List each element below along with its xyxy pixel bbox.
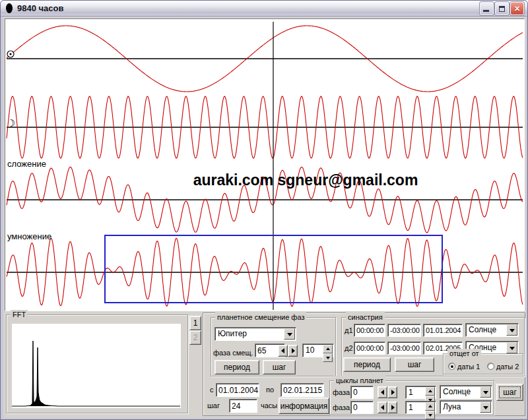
phase-shift-group: планетное смещение фаз Юпитер фаза смещ.… bbox=[211, 317, 336, 376]
cycle2-planet-select[interactable]: Луна bbox=[440, 400, 492, 414]
arrow-right-icon bbox=[292, 348, 298, 353]
fft-plot[interactable] bbox=[12, 324, 181, 408]
phase-shift-label: фаза смещ. bbox=[213, 349, 253, 357]
offset-from-title: отщет от bbox=[447, 349, 481, 359]
window-title: 9840 часов bbox=[17, 3, 63, 13]
svg-text:auraki.com sgneur@gmail.com: auraki.com sgneur@gmail.com bbox=[193, 171, 418, 189]
radio-date2-label[interactable]: даты 2 bbox=[496, 363, 519, 371]
arrow-left-icon bbox=[279, 348, 284, 353]
cycles-step-button[interactable]: шаг bbox=[496, 384, 523, 401]
fft-spectrum-svg bbox=[12, 324, 181, 408]
spin-down-icon[interactable] bbox=[323, 353, 333, 362]
synastry-title: синастрия bbox=[346, 313, 385, 322]
range-from-label: с bbox=[210, 386, 214, 394]
range-to-label: по bbox=[266, 386, 274, 394]
chevron-down-icon[interactable] bbox=[480, 386, 491, 398]
radio-date1-label[interactable]: даты 1 bbox=[457, 363, 480, 371]
chevron-down-icon[interactable] bbox=[480, 402, 491, 413]
main-control-panel: планетное смещение фаз Юпитер фаза смещ.… bbox=[203, 313, 525, 416]
cycle2-mult-value: 1 bbox=[409, 403, 413, 412]
cycle1-phase-label: фаза bbox=[333, 388, 350, 396]
spin-up-icon[interactable] bbox=[323, 345, 333, 353]
synastry-period-button[interactable]: период bbox=[343, 357, 391, 372]
planet-cycles-group: цыклы планет фаза 0 1 Солнце фаза 0 bbox=[329, 380, 494, 415]
spin-up-icon[interactable] bbox=[425, 387, 435, 396]
planet-cycles-title: цыклы планет bbox=[334, 376, 385, 386]
cycle2-phase-field[interactable]: 0 bbox=[350, 401, 374, 414]
spin-up-icon[interactable] bbox=[425, 402, 435, 411]
phase-period-button[interactable]: период bbox=[214, 360, 259, 375]
svg-text:сложение: сложение bbox=[7, 159, 46, 169]
arrow-right-icon bbox=[391, 405, 397, 410]
date1-date-field[interactable]: 01.01.2004 bbox=[423, 324, 463, 337]
cycle1-phase-field[interactable]: 0 bbox=[350, 386, 374, 399]
waveform-svg: ☽сложениеумножениеauraki.com sgneur@gmai… bbox=[5, 19, 524, 311]
phase-left-button[interactable] bbox=[278, 345, 288, 357]
control-area: FFT 1 2 планетное смещение фаз Юпитер фа… bbox=[5, 311, 526, 418]
phase-step-value: 10 bbox=[306, 345, 314, 355]
spin-down-icon[interactable] bbox=[425, 411, 435, 419]
cycle2-planet-value: Луна bbox=[443, 402, 461, 411]
view-1-button[interactable]: 1 bbox=[189, 316, 201, 330]
chevron-down-icon[interactable] bbox=[506, 324, 517, 336]
minimize-button[interactable] bbox=[480, 2, 494, 15]
app-icon bbox=[6, 3, 13, 13]
info-button[interactable]: информация bbox=[279, 398, 329, 414]
date2-label: д2 bbox=[345, 344, 353, 352]
maximize-button[interactable] bbox=[495, 2, 509, 15]
close-icon: × bbox=[514, 4, 519, 13]
waveform-display[interactable]: ☽сложениеумножениеauraki.com sgneur@gmai… bbox=[5, 18, 525, 311]
range-from-field[interactable]: 01.01.2004 bbox=[216, 383, 259, 397]
date1-label: д1 bbox=[345, 326, 353, 334]
arrow-left-icon bbox=[378, 390, 384, 395]
date1-timezone-field[interactable]: -03:00:00 bbox=[387, 324, 421, 337]
svg-text:☽: ☽ bbox=[7, 117, 15, 129]
close-button[interactable]: × bbox=[510, 2, 524, 15]
date1-time-field[interactable]: 00:00:00 bbox=[354, 324, 385, 337]
range-step-label: шаг bbox=[207, 402, 220, 409]
arrow-left-icon bbox=[378, 405, 384, 410]
cycle2-mult-spinner[interactable]: 1 bbox=[405, 401, 436, 414]
date1-planet-select[interactable]: Солнце bbox=[465, 323, 519, 337]
cycle1-mult-spinner[interactable]: 1 bbox=[405, 386, 436, 399]
cycle1-right-button[interactable] bbox=[387, 386, 397, 398]
radio-date2[interactable] bbox=[487, 363, 494, 370]
range-step-field[interactable]: 24 bbox=[229, 399, 257, 413]
client-area: ☽сложениеумножениеauraki.com sgneur@gmai… bbox=[3, 17, 526, 418]
phase-step-spinner[interactable]: 10 bbox=[302, 344, 334, 357]
cycle2-left-button[interactable] bbox=[378, 402, 387, 413]
synastry-group: синастрия д1 00:00:00 -03:00:00 01.01.20… bbox=[341, 317, 525, 376]
cycle2-phase-label: фаза bbox=[333, 404, 350, 411]
synastry-step-button[interactable]: шаг bbox=[395, 357, 434, 372]
titlebar[interactable]: 9840 часов × bbox=[1, 1, 527, 16]
radio-date1[interactable] bbox=[448, 363, 455, 370]
fft-panel-title: FFT bbox=[11, 310, 28, 320]
fft-panel: FFT bbox=[6, 315, 188, 413]
cycle1-planet-value: Солнце bbox=[443, 387, 471, 396]
svg-text:умножение: умножение bbox=[7, 231, 51, 241]
maximize-icon bbox=[499, 6, 505, 12]
minimize-icon bbox=[483, 10, 489, 12]
cycle1-mult-value: 1 bbox=[409, 388, 413, 397]
range-units-label: часы bbox=[261, 402, 277, 409]
phase-shift-title: планетное смещение фаз bbox=[215, 313, 306, 322]
range-to-field[interactable]: 02.01.2115 bbox=[280, 383, 324, 397]
phase-step-button[interactable]: шаг bbox=[263, 360, 296, 375]
chevron-down-icon[interactable] bbox=[284, 328, 295, 340]
arrow-right-icon bbox=[391, 390, 397, 395]
planet-select-value: Юпитер bbox=[218, 329, 247, 338]
date1-planet-value: Солнце bbox=[469, 325, 496, 334]
cycle1-planet-select[interactable]: Солнце bbox=[440, 385, 492, 399]
chevron-down-icon[interactable] bbox=[506, 342, 517, 353]
view-2-button[interactable]: 2 bbox=[189, 330, 201, 345]
offset-from-group: отщет от даты 1 даты 2 bbox=[443, 353, 523, 375]
date2-time-field[interactable]: 00:00:00 bbox=[354, 342, 385, 355]
cycle1-left-button[interactable] bbox=[378, 386, 387, 398]
app-window: 9840 часов × ☽сложениеумножениеauraki.co… bbox=[0, 0, 528, 420]
cycle2-right-button[interactable] bbox=[387, 402, 397, 413]
phase-right-button[interactable] bbox=[288, 345, 298, 357]
date2-timezone-field[interactable]: -03:00:00 bbox=[387, 342, 421, 355]
planet-select[interactable]: Юпитер bbox=[214, 327, 296, 341]
